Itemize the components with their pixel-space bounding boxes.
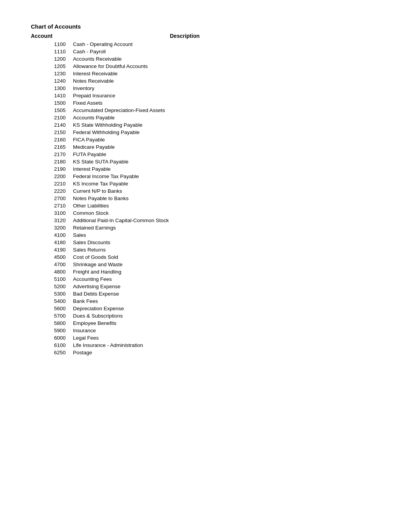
account-number: 2710	[54, 203, 71, 209]
account-name: Insurance	[73, 328, 96, 333]
account-name: Sales Discounts	[73, 240, 110, 245]
list-item: 1230Interest Receivable	[31, 70, 379, 77]
list-item: 5800Employee Benefits	[31, 320, 379, 327]
account-name: Retained Earnings	[73, 225, 116, 231]
account-number: 2220	[54, 188, 71, 194]
account-name: Sales Returns	[73, 247, 106, 253]
account-number: 2190	[54, 166, 71, 172]
account-name: Employee Benefits	[73, 320, 117, 326]
account-number: 2170	[54, 151, 71, 157]
account-name: Shrinkage and Waste	[73, 262, 123, 267]
list-item: 4190Sales Returns	[31, 246, 379, 253]
account-number: 2200	[54, 173, 71, 179]
list-item: 3100Common Stock	[31, 209, 379, 217]
list-item: 2165Medicare Payable	[31, 143, 379, 151]
account-number: 1240	[54, 78, 71, 84]
list-item: 5700Dues & Subscriptions	[31, 312, 379, 320]
report-title: Chart of Accounts	[31, 23, 379, 30]
list-item: 6250Postage	[31, 349, 379, 356]
account-number: 3120	[54, 218, 71, 223]
account-number: 1100	[54, 41, 71, 47]
account-number: 5900	[54, 328, 71, 333]
account-name: Life Insurance - Administration	[73, 342, 143, 348]
list-item: 6000Legal Fees	[31, 334, 379, 342]
table-header: Account Description	[31, 33, 379, 39]
account-number: 1205	[54, 63, 71, 69]
account-number: 2180	[54, 159, 71, 165]
account-name: Cash - Payroll	[73, 49, 106, 54]
list-item: 2170FUTA Payable	[31, 151, 379, 158]
account-name: Interest Payable	[73, 166, 111, 172]
list-item: 1500Fixed Assets	[31, 99, 379, 107]
account-name: Allowance for Doubtful Accounts	[73, 63, 148, 69]
account-name: Current N/P to Banks	[73, 188, 122, 194]
list-item: 1410Prepaid Insurance	[31, 92, 379, 99]
account-name: Accounts Payable	[73, 115, 115, 121]
account-number: 2160	[54, 137, 71, 143]
account-name: Interest Receivable	[73, 71, 118, 76]
account-number: 5800	[54, 320, 71, 326]
page-container: Chart of Accounts Account Description 11…	[0, 0, 410, 379]
account-number: 5700	[54, 313, 71, 319]
header-account-label: Account	[31, 33, 139, 39]
list-item: 1240Notes Receivable	[31, 77, 379, 85]
account-number: 2165	[54, 144, 71, 150]
list-item: 1110Cash - Payroll	[31, 48, 379, 55]
account-name: Bank Fees	[73, 298, 98, 304]
list-item: 3120Additional Paid-In Capital-Common St…	[31, 217, 379, 224]
account-name: Depreciation Expense	[73, 306, 124, 311]
account-number: 3100	[54, 210, 71, 216]
account-name: Federal Income Tax Payable	[73, 173, 139, 179]
account-name: Dues & Subscriptions	[73, 313, 123, 319]
list-item: 4100Sales	[31, 231, 379, 239]
account-name: Additional Paid-In Capital-Common Stock	[73, 218, 169, 223]
list-item: 5400Bank Fees	[31, 297, 379, 305]
account-name: Postage	[73, 350, 92, 355]
account-name: Accounting Fees	[73, 276, 112, 282]
list-item: 2220Current N/P to Banks	[31, 187, 379, 195]
list-item: 2710Other Liabilities	[31, 202, 379, 209]
account-name: KS State Withholding Payable	[73, 122, 142, 128]
account-number: 2140	[54, 122, 71, 128]
account-name: Cost of Goods Sold	[73, 254, 118, 260]
account-name: Federal Withholding Payable	[73, 129, 140, 135]
list-item: 1300Inventory	[31, 85, 379, 92]
list-item: 5200Advertising Expense	[31, 283, 379, 290]
account-number: 5100	[54, 276, 71, 282]
account-number: 4500	[54, 254, 71, 260]
account-name: Freight and Handling	[73, 269, 121, 275]
account-number: 4800	[54, 269, 71, 275]
list-item: 2200Federal Income Tax Payable	[31, 173, 379, 180]
account-number: 1230	[54, 71, 71, 76]
account-number: 5400	[54, 298, 71, 304]
list-item: 4700Shrinkage and Waste	[31, 261, 379, 268]
account-name: Accounts Receivable	[73, 56, 122, 62]
account-number: 2150	[54, 129, 71, 135]
list-item: 4500Cost of Goods Sold	[31, 253, 379, 261]
account-number: 2210	[54, 181, 71, 187]
account-name: KS State SUTA Payable	[73, 159, 129, 165]
account-name: KS Income Tax Payable	[73, 181, 128, 187]
account-name: Advertising Expense	[73, 284, 120, 289]
account-number: 2700	[54, 195, 71, 201]
list-item: 2160FICA Payable	[31, 136, 379, 143]
list-item: 4800Freight and Handling	[31, 268, 379, 275]
account-number: 6100	[54, 342, 71, 348]
list-item: 5600Depreciation Expense	[31, 305, 379, 312]
account-name: Other Liabilities	[73, 203, 109, 209]
account-name: Medicare Payable	[73, 144, 115, 150]
account-number: 1505	[54, 107, 71, 113]
account-number: 4700	[54, 262, 71, 267]
account-number: 6000	[54, 335, 71, 341]
list-item: 5100Accounting Fees	[31, 275, 379, 283]
list-item: 2210KS Income Tax Payable	[31, 180, 379, 187]
account-name: Bad Debts Expense	[73, 291, 119, 297]
header-description-label: Description	[170, 33, 200, 39]
account-number: 4180	[54, 240, 71, 245]
list-item: 5900Insurance	[31, 327, 379, 334]
account-number: 5200	[54, 284, 71, 289]
account-number: 1500	[54, 100, 71, 106]
list-item: 1200Accounts Receivable	[31, 55, 379, 63]
list-item: 5300Bad Debts Expense	[31, 290, 379, 297]
account-name: Accumulated Depreciation-Fixed Assets	[73, 107, 165, 113]
